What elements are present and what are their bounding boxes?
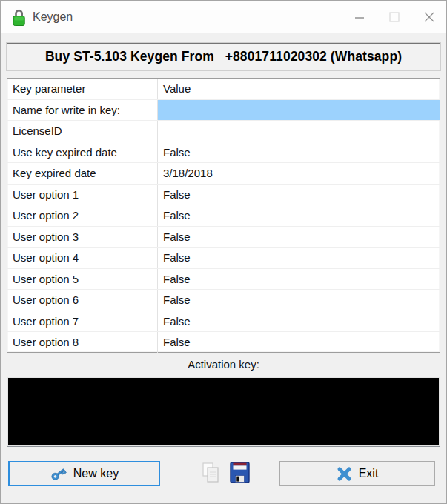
key-parameter-grid: Key parameter Value Name for write in ke… xyxy=(7,78,440,353)
floppy-save-icon xyxy=(230,462,250,483)
minimize-button[interactable] xyxy=(342,1,377,33)
table-row[interactable]: User option 8 False xyxy=(7,332,440,354)
close-icon xyxy=(423,11,435,23)
x-icon xyxy=(337,466,352,482)
table-row[interactable]: User option 4 False xyxy=(7,248,440,269)
maximize-button[interactable] xyxy=(377,1,411,33)
activation-key-textarea[interactable] xyxy=(7,377,440,447)
copy-button[interactable] xyxy=(200,462,221,487)
param-cell: User option 3 xyxy=(7,227,158,248)
param-cell: User option 2 xyxy=(7,205,158,226)
table-row[interactable]: LicenseID xyxy=(7,121,440,142)
close-button[interactable] xyxy=(411,1,446,33)
key-icon xyxy=(50,465,67,483)
exit-label: Exit xyxy=(359,467,379,480)
param-cell: LicenseID xyxy=(7,121,158,142)
value-cell[interactable]: False xyxy=(158,227,440,248)
copy-icon xyxy=(200,462,221,484)
table-row[interactable]: Key expired date 3/18/2018 xyxy=(7,163,440,185)
table-row[interactable]: User option 5 False xyxy=(7,269,440,291)
param-cell: User option 1 xyxy=(7,185,158,205)
value-cell[interactable]: False xyxy=(158,269,440,290)
param-cell: User option 4 xyxy=(7,248,158,268)
value-cell[interactable] xyxy=(158,121,440,142)
param-cell: Name for write in key: xyxy=(7,100,158,121)
table-row[interactable]: User option 7 False xyxy=(7,311,440,333)
value-cell[interactable]: 3/18/2018 xyxy=(158,163,440,184)
table-row[interactable]: User option 2 False xyxy=(7,205,440,227)
exit-button[interactable]: Exit xyxy=(279,461,435,486)
value-cell[interactable]: False xyxy=(158,332,440,353)
table-row[interactable]: Use key expired date False xyxy=(7,142,440,164)
param-cell: Use key expired date xyxy=(7,142,158,163)
value-cell[interactable]: False xyxy=(158,248,440,268)
table-row[interactable]: User option 6 False xyxy=(7,290,440,311)
table-row[interactable]: Name for write in key: xyxy=(7,100,440,122)
value-cell[interactable]: False xyxy=(158,290,440,311)
column-header-key-parameter: Key parameter xyxy=(7,79,158,99)
maximize-icon xyxy=(389,12,400,22)
value-cell-selected[interactable] xyxy=(158,100,440,121)
new-key-button[interactable]: New key xyxy=(8,461,160,486)
value-cell[interactable]: False xyxy=(158,185,440,205)
value-cell[interactable]: False xyxy=(158,142,440,163)
param-cell: User option 8 xyxy=(7,332,158,353)
save-button[interactable] xyxy=(230,462,250,486)
param-cell: Key expired date xyxy=(7,163,158,184)
grid-header-row: Key parameter Value xyxy=(7,79,440,100)
minimize-icon xyxy=(354,12,365,22)
table-row[interactable]: User option 1 False xyxy=(7,185,440,206)
value-cell[interactable]: False xyxy=(158,311,440,332)
titlebar[interactable]: Keygen xyxy=(1,1,446,33)
keygen-window: Keygen Buy ST-5.103 Keygen From _+880171… xyxy=(0,0,447,504)
window-title: Keygen xyxy=(33,10,73,24)
buy-keygen-banner[interactable]: Buy ST-5.103 Keygen From _+8801711020302… xyxy=(7,43,440,70)
value-cell[interactable]: False xyxy=(158,205,440,226)
table-row[interactable]: User option 3 False xyxy=(7,227,440,248)
new-key-label: New key xyxy=(73,467,119,480)
param-cell: User option 6 xyxy=(7,290,158,311)
param-cell: User option 5 xyxy=(7,269,158,290)
column-header-value: Value xyxy=(158,79,440,99)
param-cell: User option 7 xyxy=(7,311,158,332)
activation-key-label: Activation key: xyxy=(1,358,446,371)
green-lock-icon xyxy=(12,8,26,27)
